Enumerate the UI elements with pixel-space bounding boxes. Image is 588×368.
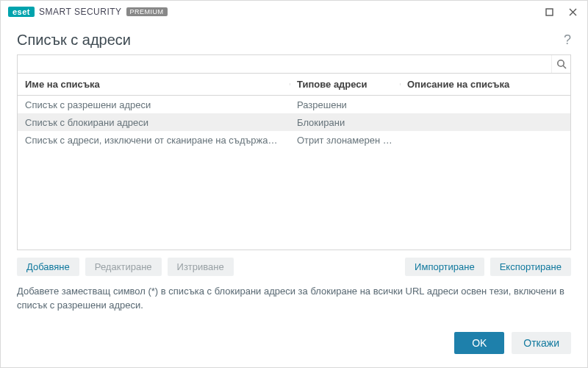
close-icon: [569, 8, 577, 16]
maximize-button[interactable]: [539, 4, 559, 20]
cell-name: Списък с адреси, изключени от сканиране …: [18, 135, 290, 146]
delete-button[interactable]: Изтриване: [168, 258, 234, 276]
brand-edition: PREMIUM: [126, 7, 168, 16]
cell-name: Списък с разрешени адреси: [18, 99, 290, 110]
window-controls: [539, 4, 583, 20]
table-row[interactable]: Списък с разрешени адресиРазрешени: [18, 96, 570, 113]
titlebar: eset SMART SECURITY PREMIUM: [1, 1, 587, 23]
dialog-title: Списък с адреси: [17, 32, 131, 49]
search-wrapper: [17, 54, 571, 74]
hint-text: Добавете заместващ символ (*) в списъка …: [1, 282, 587, 313]
table-row[interactable]: Списък с блокирани адресиБлокирани: [18, 113, 570, 131]
import-button[interactable]: Импортиране: [405, 258, 484, 276]
table-header: Име на списъка Типове адреси Описание на…: [18, 74, 570, 96]
col-name[interactable]: Име на списъка: [18, 79, 290, 90]
svg-point-1: [557, 60, 563, 66]
table-row[interactable]: Списък с адреси, изключени от сканиране …: [18, 131, 570, 149]
toolbar-spacer: [240, 258, 399, 276]
content-area: Име на списъка Типове адреси Описание на…: [1, 54, 587, 250]
search-input[interactable]: [18, 55, 551, 73]
help-button[interactable]: ?: [564, 32, 571, 48]
close-button[interactable]: [562, 4, 583, 20]
svg-rect-0: [546, 9, 553, 15]
brand: eset SMART SECURITY PREMIUM: [8, 7, 168, 17]
cell-types: Блокирани: [290, 117, 400, 128]
app-window: eset SMART SECURITY PREMIUM Списък с адр…: [0, 0, 588, 368]
maximize-icon: [545, 8, 553, 16]
dialog-footer: OK Откажи: [1, 320, 587, 367]
edit-button[interactable]: Редактиране: [85, 258, 162, 276]
table-body: Списък с разрешени адресиРазрешениСписък…: [18, 96, 570, 250]
cell-types: Отрит злонамерен софт...: [290, 135, 400, 146]
ok-button[interactable]: OK: [454, 332, 504, 354]
search-button[interactable]: [551, 55, 570, 73]
export-button[interactable]: Експортиране: [490, 258, 571, 276]
col-types[interactable]: Типове адреси: [290, 79, 400, 90]
cell-types: Разрешени: [290, 99, 400, 110]
brand-name: SMART SECURITY: [39, 7, 122, 17]
add-button[interactable]: Добавяне: [17, 258, 79, 276]
cancel-button[interactable]: Откажи: [512, 332, 571, 354]
address-list-table: Име на списъка Типове адреси Описание на…: [17, 74, 571, 250]
cell-name: Списък с блокирани адреси: [18, 117, 290, 128]
brand-badge: eset: [8, 7, 35, 17]
search-icon: [556, 59, 567, 69]
toolbar: Добавяне Редактиране Изтриване Импортира…: [1, 250, 587, 282]
col-desc[interactable]: Описание на списъка: [400, 79, 570, 90]
dialog-header: Списък с адреси ?: [1, 23, 587, 54]
